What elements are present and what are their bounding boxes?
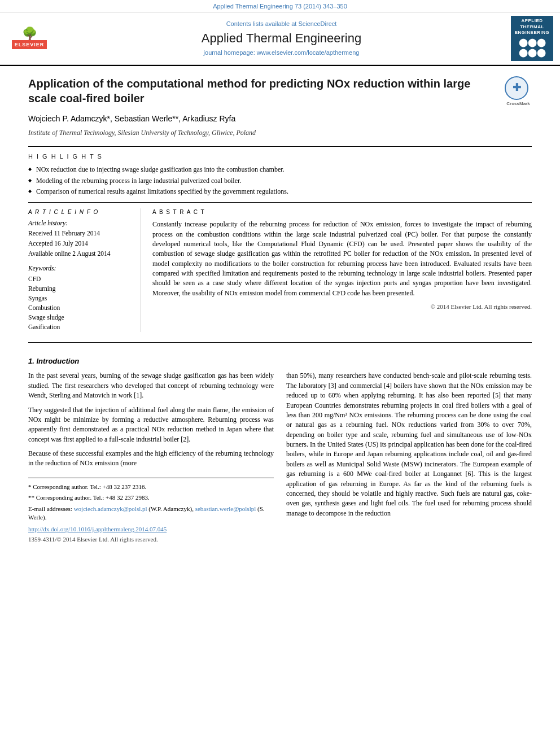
journal-logo-title: APPLIEDTHERMALENGINEERING: [513, 18, 552, 36]
journal-logo-circles: ⬤⬤⬤⬤⬤⬤: [513, 37, 552, 58]
authors: Wojciech P. Adamczyk*, Sebastian Werle**…: [28, 113, 532, 125]
highlights-heading: H I G H L I G H T S: [28, 152, 532, 161]
highlight-item: Comparison of numerical results against …: [28, 187, 532, 196]
crossmark-label: CrossMark: [505, 101, 532, 107]
journal-banner: 🌳 ELSEVIER Contents lists available at S…: [0, 12, 560, 65]
intro-two-col: In the past several years, burning of th…: [28, 371, 532, 544]
journal-homepage: journal homepage: www.elsevier.com/locat…: [52, 49, 511, 57]
article-history-label: Article history:: [28, 219, 132, 228]
abstract-heading: A B S T R A C T: [152, 208, 532, 216]
keyword-cfd: CFD: [28, 274, 132, 283]
elsevier-tree-icon: 🌳: [22, 28, 37, 40]
elsevier-logo: 🌳 ELSEVIER: [7, 28, 52, 50]
article-info-abstract: A R T I C L E I N F O Article history: R…: [28, 208, 532, 332]
intro-heading: 1. Introduction: [28, 356, 532, 366]
highlights-list: NOx reduction due to injecting swage slu…: [28, 165, 532, 196]
keyword-combustion: Combustion: [28, 303, 132, 312]
keywords-section: Keywords: CFD Reburning Syngas Combustio…: [28, 264, 132, 331]
journal-header: Applied Thermal Engineering 73 (2014) 34…: [0, 0, 560, 66]
issn-line: 1359-4311/© 2014 Elsevier Ltd. All right…: [28, 535, 274, 544]
journal-main-title: Applied Thermal Engineering: [52, 30, 511, 47]
crossmark-icon: ✚: [505, 76, 528, 100]
received-date: Received 11 February 2014: [28, 229, 132, 238]
keyword-reburning: Reburning: [28, 284, 132, 293]
journal-top-bar: Applied Thermal Engineering 73 (2014) 34…: [0, 0, 560, 12]
footnote-email-label: E-mail addresses:: [28, 505, 74, 512]
journal-logo-box: APPLIEDTHERMALENGINEERING ⬤⬤⬤⬤⬤⬤: [511, 16, 553, 61]
keywords-label: Keywords:: [28, 264, 132, 273]
paper-content: Application of the computational method …: [0, 66, 560, 554]
intro-col-left: In the past several years, burning of th…: [28, 371, 274, 544]
doi-section: http://dx.doi.org/10.1016/j.applthermale…: [28, 525, 274, 544]
keyword-swage-sludge: Swage sludge: [28, 313, 132, 322]
crossmark-badge: ✚ CrossMark: [505, 76, 532, 107]
abstract-text: Constantly increase popularity of the re…: [152, 220, 532, 298]
footnote-2: ** Corresponding author. Tel.: +48 32 23…: [28, 493, 274, 502]
highlight-item: NOx reduction due to injecting swage slu…: [28, 165, 532, 174]
elsevier-label: ELSEVIER: [12, 40, 47, 50]
email-link-1[interactable]: wojciech.adamczyk@polsl.pl: [74, 505, 147, 512]
footnotes: * Corresponding author. Tel.: +48 32 237…: [28, 478, 274, 544]
divider-article-info: [28, 202, 532, 203]
article-info-heading: A R T I C L E I N F O: [28, 208, 132, 216]
accepted-date: Accepted 16 July 2014: [28, 239, 132, 248]
intro-para-1: In the past several years, burning of th…: [28, 371, 274, 400]
intro-para-2: They suggested that the injection of add…: [28, 405, 274, 445]
keyword-gasification: Gasification: [28, 322, 132, 331]
keyword-syngas: Syngas: [28, 294, 132, 303]
intro-col-right: than 50%), many researchers have conduct…: [286, 371, 532, 544]
highlight-item: Modeling of the reburning process in lar…: [28, 176, 532, 186]
article-info: A R T I C L E I N F O Article history: R…: [28, 208, 141, 332]
affiliation: Institute of Thermal Technology, Silesia…: [28, 128, 532, 138]
email-link-2[interactable]: sebastian.werle@polslpl: [195, 505, 256, 512]
copyright-line: © 2014 Elsevier Ltd. All rights reserved…: [152, 303, 532, 311]
abstract-section: A B S T R A C T Constantly increase popu…: [152, 208, 532, 332]
intro-para-3: Because of these successful examples and…: [28, 449, 274, 469]
doi-link[interactable]: http://dx.doi.org/10.1016/j.applthermale…: [28, 525, 274, 534]
divider-intro: [28, 342, 532, 343]
footnote-3: E-mail addresses: wojciech.adamczyk@pols…: [28, 505, 274, 522]
intro-section: 1. Introduction In the past several year…: [28, 356, 532, 544]
divider-highlights: [28, 146, 532, 147]
paper-title: Application of the computational method …: [28, 76, 532, 106]
science-direct-text: Contents lists available at ScienceDirec…: [52, 20, 511, 28]
journal-title-center: Contents lists available at ScienceDirec…: [52, 20, 511, 58]
footnote-1: * Corresponding author. Tel.: +48 32 237…: [28, 483, 274, 491]
intro-para-right-1: than 50%), many researchers have conduct…: [286, 371, 532, 518]
available-date: Available online 2 August 2014: [28, 249, 132, 258]
